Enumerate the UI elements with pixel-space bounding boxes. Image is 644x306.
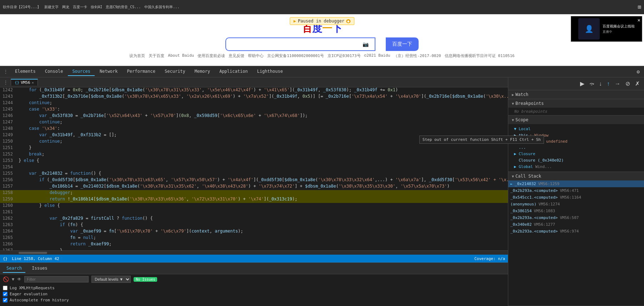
- autocomplete-label: Autocomplete from history: [10, 298, 69, 302]
- tab-console[interactable]: Console: [41, 67, 68, 76]
- nav-license: 信息网络传播视听节目许可证 0110516: [445, 53, 515, 58]
- call-fn-6: _0x340e02: [510, 222, 532, 227]
- call-item-4[interactable]: _0x386154 VM56:1083: [508, 208, 644, 214]
- nav-icp2: 京ICP证030173号: [328, 53, 361, 58]
- step-button[interactable]: →: [613, 80, 622, 88]
- code-line-1247: 1247 continue;: [0, 119, 508, 126]
- nav-about[interactable]: 关于百度: [149, 53, 164, 58]
- scope-header[interactable]: ▼ Scope: [508, 116, 644, 124]
- scope-label: Scope: [515, 117, 528, 122]
- call-item-2[interactable]: _0x545cc1.<computed> VM56:1164: [508, 194, 644, 201]
- tab-network[interactable]: Network: [95, 67, 122, 76]
- checkbox-row-3: Autocomplete from history: [3, 298, 505, 302]
- call-item-7[interactable]: _0x2b293a.<computed> VM56:974: [508, 228, 644, 235]
- eye-icon[interactable]: 👁: [17, 277, 21, 282]
- video-info: 百度视频会议上线啦 直播中: [603, 24, 635, 34]
- scroll-thumb[interactable]: [19, 252, 47, 254]
- nav-about-en[interactable]: About Baidu: [168, 53, 194, 58]
- line-col-status: Line 1258, Column 42: [12, 256, 59, 261]
- call-stack-header[interactable]: ▼ Call Stack: [508, 172, 644, 180]
- tab-application[interactable]: Application: [215, 67, 252, 76]
- default-levels-select[interactable]: Default levels ▼: [91, 276, 131, 283]
- file-name-label: VM56: [21, 80, 30, 85]
- video-close-button[interactable]: ✕: [638, 17, 640, 23]
- nav-home[interactable]: 设为首页: [129, 53, 145, 58]
- scope-section: ▼ Scope ▼ Local ▶ this : Window _0x2fa82…: [508, 116, 644, 172]
- tab-elements[interactable]: Elements: [11, 67, 40, 76]
- console-expand-icon[interactable]: ▼: [12, 277, 14, 282]
- step-out-button[interactable]: ↑: [605, 80, 611, 88]
- sources-menu-btn[interactable]: ⋮: [2, 80, 9, 85]
- code-line-1263: 1263 if (fn) {: [0, 222, 508, 229]
- watch-header[interactable]: ▶ Watch: [508, 90, 644, 99]
- deactivate-button[interactable]: ⊘: [624, 80, 631, 88]
- code-line-1262: 1262 var _0x2fa829 = firstCall ? functio…: [0, 216, 508, 222]
- call-item-5[interactable]: _0x2b293a.<computed> VM56:507: [508, 214, 644, 221]
- tab-security[interactable]: Security: [160, 67, 190, 76]
- nav-feedback[interactable]: 意见反馈: [229, 53, 244, 58]
- call-stack-arrow-icon: ▼: [512, 174, 514, 178]
- console-filter-input[interactable]: [24, 276, 89, 282]
- code-line-1245: 1245 case '\x33':: [0, 107, 508, 113]
- baidu-search-button[interactable]: 百度一下: [386, 37, 419, 51]
- devtools-menu-icon[interactable]: ⋮: [1, 68, 10, 76]
- code-line-1255: 1255 var _0x214032 = function() {: [0, 171, 508, 177]
- code-line-1259: 1259 return !_0x186b14[$dbsm_0x1a8e('\x3…: [0, 197, 508, 203]
- call-stack-label: Call Stack: [515, 174, 541, 179]
- call-stack-section: ▼ Call Stack ► _0x214032 VM56:1259 _0x2b…: [508, 172, 644, 306]
- code-line-1261: 1261: [0, 209, 508, 216]
- call-item-6[interactable]: _0x340e02 VM56:1277: [508, 221, 644, 228]
- baidu-search-input[interactable]: [225, 37, 375, 51]
- code-content[interactable]: 1242 for (_0x31b49f = 0x0; _0x2b716e[$db…: [0, 87, 508, 250]
- horizontal-scrollbar[interactable]: [0, 250, 508, 255]
- nav-help[interactable]: 帮助中心: [248, 53, 264, 58]
- no-issues-badge: No Issues: [134, 277, 157, 282]
- video-overlay: 👤 百度视频会议上线啦 直播中 ✕: [571, 16, 642, 42]
- step-into-button[interactable]: ↓: [598, 80, 603, 88]
- call-file-5: VM56:507: [560, 215, 579, 220]
- log-xml-label: Log XMLHttpRequests: [10, 286, 55, 290]
- call-stack-content: ► _0x214032 VM56:1259 _0x2b293a.<compute…: [508, 180, 644, 235]
- scope-content: ▼ Local ▶ this : Window _0x2fa829 : unde…: [508, 124, 644, 172]
- step-over-button[interactable]: ⤼: [588, 80, 595, 88]
- console-clear-icon[interactable]: 🚫: [3, 276, 9, 282]
- video-thumbnail: 👤: [578, 18, 600, 40]
- bottom-bar: Search Issues: [0, 262, 508, 274]
- tab-memory[interactable]: Memory: [190, 67, 214, 76]
- autocomplete-checkbox[interactable]: [3, 298, 8, 302]
- eager-eval-checkbox[interactable]: [3, 292, 8, 296]
- breakpoints-content: No breakpoints: [508, 108, 644, 115]
- scope-local-header[interactable]: ▼ Local: [514, 126, 638, 132]
- log-xml-checkbox[interactable]: [3, 286, 8, 290]
- devtools-settings-icon[interactable]: ⚙: [634, 67, 643, 76]
- bottom-tab-search[interactable]: Search: [3, 264, 25, 273]
- call-item-0[interactable]: ► _0x214032 VM56:1259: [508, 180, 644, 187]
- checkbox-row-1: Log XMLHttpRequests: [3, 286, 505, 290]
- tab-sources[interactable]: Sources: [68, 67, 95, 76]
- bottom-tab-issues[interactable]: Issues: [28, 264, 51, 273]
- scope-closure-label: Closure: [519, 152, 535, 156]
- scope-global-header[interactable]: ▶ Global Wind...: [514, 163, 638, 170]
- pause-exceptions-button[interactable]: ✗: [634, 80, 641, 88]
- code-line-1260: 1260 } else {: [0, 203, 508, 209]
- scope-closure-header[interactable]: ▶ Closure: [514, 151, 638, 157]
- pretty-print-btn[interactable]: {}: [3, 256, 8, 261]
- call-item-3[interactable]: (anonymous) VM56:1274: [508, 201, 644, 208]
- watch-section: ▶ Watch: [508, 90, 644, 99]
- video-title: 百度视频会议上线啦: [603, 24, 635, 29]
- source-file-tab[interactable]: {} VM56 ✕: [11, 79, 38, 86]
- code-line-1246: 1246 var _0x53f830 = _0x2b716e['\x52\x64…: [0, 113, 508, 119]
- browser-tab-new: 新建文字: [44, 5, 59, 10]
- camera-icon[interactable]: 📷: [363, 41, 369, 47]
- tab-performance[interactable]: Performance: [123, 67, 160, 76]
- call-file-4: VM56:1083: [534, 209, 555, 213]
- pause-resume-button[interactable]: ▶: [579, 80, 586, 88]
- bottom-tab-issues-label: Issues: [32, 266, 47, 271]
- breakpoints-header[interactable]: ▼ Breakpoints: [508, 99, 644, 108]
- nav-terms[interactable]: 使用百度前必读: [198, 53, 225, 58]
- call-item-1[interactable]: _0x2b293a.<computed> VM56:471: [508, 187, 644, 194]
- code-editor[interactable]: 1242 for (_0x31b49f = 0x0; _0x2b716e[$db…: [0, 87, 508, 255]
- code-line-1265: 1265 fn = null;: [0, 235, 508, 241]
- file-close-icon[interactable]: ✕: [32, 81, 34, 85]
- tab-lighthouse[interactable]: Lighthouse: [253, 67, 287, 76]
